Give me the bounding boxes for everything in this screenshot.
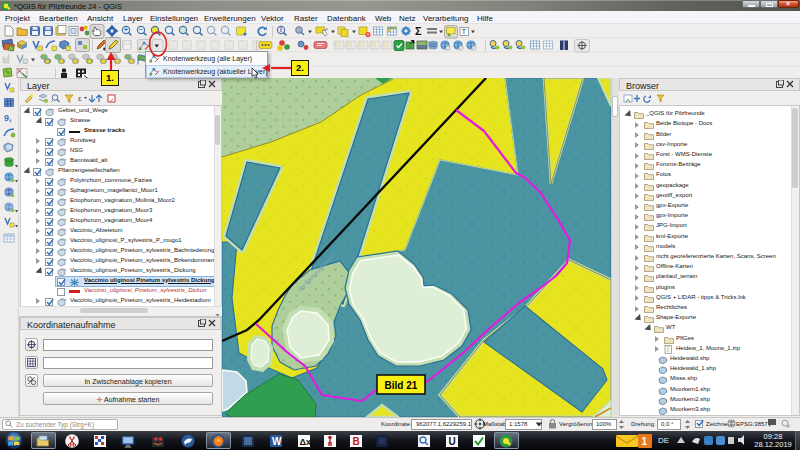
svg-text:+: +	[124, 26, 128, 33]
svg-text:Δx: Δx	[300, 437, 311, 447]
svg-text:Bild 21: Bild 21	[385, 380, 418, 391]
svg-text:Σ: Σ	[415, 25, 422, 37]
svg-text:9,: 9,	[4, 113, 12, 123]
svg-text:W: W	[272, 436, 282, 447]
svg-text:−: −	[139, 26, 143, 33]
svg-text:ε: ε	[78, 94, 82, 103]
svg-text:B: B	[353, 436, 360, 447]
svg-text:U: U	[449, 436, 456, 447]
svg-text:1: 1	[642, 436, 648, 447]
svg-text:T: T	[462, 28, 467, 35]
svg-text:i: i	[280, 26, 282, 33]
